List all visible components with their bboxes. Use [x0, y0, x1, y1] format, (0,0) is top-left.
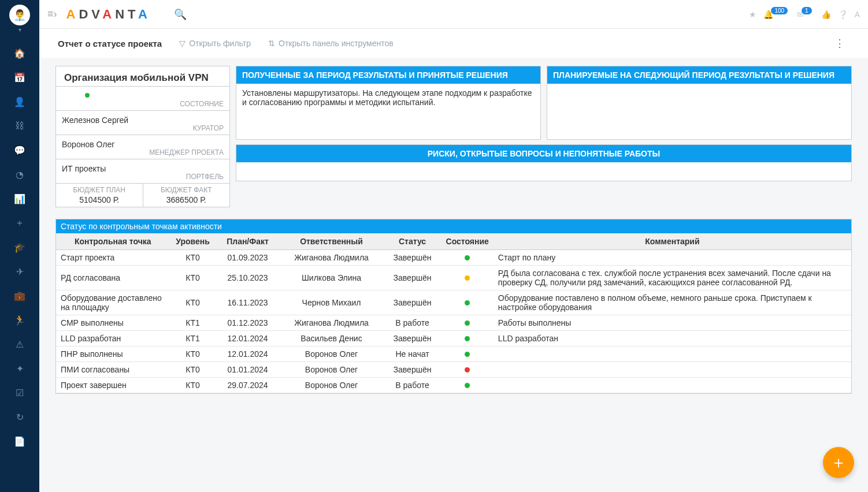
status-label: СОСТОЯНИЕ: [180, 100, 224, 108]
cell-responsible: Жиганова Людмила: [280, 315, 384, 331]
table-row: Проект завершен КТ0 29.07.2024 Воронов О…: [56, 378, 851, 393]
open-tools-button[interactable]: ⇅ Открыть панель инструментов: [268, 39, 394, 48]
table-row: Оборудование доставлено на площадку КТ0 …: [56, 290, 851, 315]
budget-fact-label: БЮДЖЕТ ФАКТ: [147, 186, 227, 194]
planned-body: [547, 84, 851, 139]
cell-date: 16.11.2023: [216, 290, 280, 315]
table-row: LLD разработан КТ1 12.01.2024 Васильев Д…: [56, 331, 851, 346]
user-icon[interactable]: 👤: [9, 91, 30, 112]
hierarchy-icon[interactable]: ⛓: [9, 115, 30, 136]
chevron-down-icon[interactable]: ▾: [18, 27, 21, 33]
mail-icon[interactable]: ✉1: [797, 10, 814, 19]
chat-icon[interactable]: 💬: [9, 140, 30, 161]
state-dot-icon: [465, 383, 470, 388]
cell-status: Завершён: [384, 331, 442, 346]
cell-level: КТ1: [170, 331, 216, 346]
thumb-icon[interactable]: 👍: [821, 10, 831, 19]
state-dot-icon: [465, 336, 470, 341]
table-row: ПНР выполнены КТ0 12.01.2024 Воронов Оле…: [56, 346, 851, 362]
cell-state: [442, 315, 494, 331]
col-comment: Комментарий: [494, 233, 851, 250]
col-state: Состояние: [442, 233, 494, 250]
col-level: Уровень: [170, 233, 216, 250]
project-info-card: Организация мобильной VPN СОСТОЯНИЕ Желе…: [55, 66, 230, 207]
cell-state: [442, 362, 494, 378]
cell-comment: LLD разработан: [494, 331, 851, 346]
plus-icon[interactable]: ＋: [9, 213, 30, 233]
more-vert-icon[interactable]: ⋮: [834, 37, 845, 50]
cell-point: СМР выполнены: [56, 315, 170, 331]
cell-responsible: Воронов Олег: [280, 362, 384, 378]
cell-state: [442, 266, 494, 290]
state-dot-icon: [465, 320, 470, 326]
calendar-icon[interactable]: 📅: [9, 67, 30, 88]
cell-comment: Старт по плану: [494, 250, 851, 266]
cell-responsible: Жиганова Людмила: [280, 250, 384, 266]
risks-body: [236, 162, 851, 181]
cell-date: 01.12.2023: [216, 315, 280, 331]
cell-level: КТ0: [170, 290, 216, 315]
cell-level: КТ0: [170, 378, 216, 393]
chart-pie-icon[interactable]: ◔: [9, 164, 30, 185]
history-icon[interactable]: ↻: [9, 407, 30, 427]
header: ≡› ADVANTA 🔍 ★ 🔔100 ✉1 👍 ❔ A: [39, 0, 868, 29]
cell-date: 01.09.2023: [216, 250, 280, 266]
cell-status: Завершён: [384, 250, 442, 266]
sparkle-icon[interactable]: ✦: [9, 358, 30, 379]
col-responsible: Ответственный: [280, 233, 384, 250]
budget-fact-value: 3686500 Р.: [147, 195, 227, 204]
cell-point: LLD разработан: [56, 331, 170, 346]
portfolio-label: ПОРТФЕЛЬ: [186, 173, 224, 181]
cell-level: КТ0: [170, 266, 216, 290]
menu-toggle-icon[interactable]: ≡›: [47, 8, 57, 20]
state-dot-icon: [465, 367, 470, 372]
open-filter-button[interactable]: ▽ Открыть фильтр: [179, 39, 251, 48]
cell-status: Завершён: [384, 362, 442, 378]
cell-status: В работе: [384, 378, 442, 393]
results-body: Установлены маршрутизаторы. На следующем…: [236, 84, 540, 139]
risks-header: РИСКИ, ОТКРЫТЫЕ ВОПРОСЫ И НЕПОНЯТНЫЕ РАБ…: [236, 145, 851, 162]
table-row: Старт проекта КТ0 01.09.2023 Жиганова Лю…: [56, 250, 851, 266]
manager-value: Воронов Олег: [62, 139, 224, 149]
filter-icon: ▽: [179, 39, 186, 48]
cell-state: [442, 290, 494, 315]
cell-point: ПМИ согласованы: [56, 362, 170, 378]
results-header: ПОЛУЧЕННЫЕ ЗА ПЕРИОД РЕЗУЛЬТАТЫ И ПРИНЯТ…: [236, 66, 540, 84]
chart-bar-icon[interactable]: 📊: [9, 188, 30, 209]
planned-panel: ПЛАНИРУЕМЫЕ НА СЛЕДУЮЩИЙ ПЕРИОД РЕЗУЛЬТА…: [547, 66, 852, 140]
state-dot-icon: [465, 255, 470, 260]
tasks-icon[interactable]: ☑: [9, 382, 30, 403]
fab-add-button[interactable]: ＋: [823, 447, 854, 478]
manager-label: МЕНЕДЖЕР ПРОЕКТА: [149, 148, 224, 156]
document-icon[interactable]: 📄: [9, 431, 30, 452]
font-icon[interactable]: A: [855, 10, 860, 19]
results-panel: ПОЛУЧЕННЫЕ ЗА ПЕРИОД РЕЗУЛЬТАТЫ И ПРИНЯТ…: [236, 66, 541, 140]
cell-level: КТ1: [170, 315, 216, 331]
cell-responsible: Воронов Олег: [280, 378, 384, 393]
cell-state: [442, 346, 494, 362]
cell-responsible: Шилкова Элина: [280, 266, 384, 290]
search-icon[interactable]: 🔍: [174, 8, 187, 21]
cell-state: [442, 331, 494, 346]
tools-icon: ⇅: [268, 39, 275, 48]
education-icon[interactable]: 🎓: [9, 237, 30, 258]
logo: ADVANTA: [66, 7, 151, 22]
running-icon[interactable]: 🏃: [9, 310, 30, 330]
cell-comment: Оборудование поставлено в полном объеме,…: [494, 290, 851, 315]
cell-state: [442, 378, 494, 393]
cell-status: Завершён: [384, 290, 442, 315]
cell-responsible: Чернов Михаил: [280, 290, 384, 315]
warning-icon[interactable]: ⚠: [9, 334, 30, 355]
bell-icon[interactable]: 🔔100: [763, 10, 790, 19]
home-icon[interactable]: 🏠: [9, 43, 30, 64]
help-icon[interactable]: ❔: [838, 10, 848, 19]
state-dot-icon: [465, 275, 470, 281]
cell-responsible: Воронов Олег: [280, 346, 384, 362]
briefcase-icon[interactable]: 💼: [9, 285, 30, 306]
cell-point: Оборудование доставлено на площадку: [56, 290, 170, 315]
cell-date: 29.07.2024: [216, 378, 280, 393]
cell-date: 12.01.2024: [216, 346, 280, 362]
avatar[interactable]: 👨‍💼: [9, 5, 30, 25]
plane-icon[interactable]: ✈: [9, 261, 30, 282]
star-icon[interactable]: ★: [749, 10, 756, 19]
